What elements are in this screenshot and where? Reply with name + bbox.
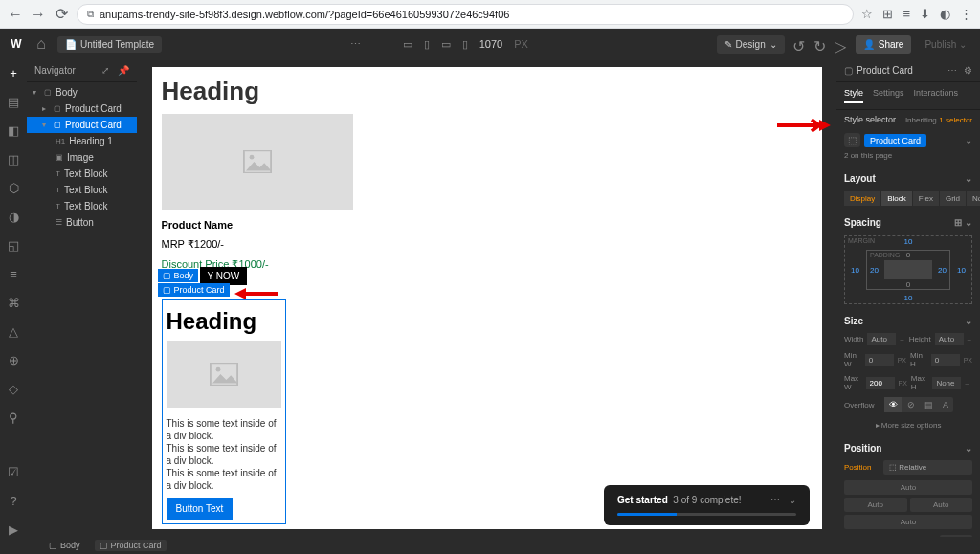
tab-settings[interactable]: Settings — [873, 88, 904, 103]
card1-heading[interactable]: Heading — [162, 77, 353, 106]
layout-section[interactable]: Layout ⌄ — [836, 166, 980, 188]
tree-product-card-1[interactable]: ▸ ▢ Product Card — [27, 100, 137, 117]
apps-icon[interactable]: ◇ — [6, 381, 21, 396]
webflow-logo[interactable]: W — [8, 35, 25, 53]
menu-icon[interactable]: ⋮ — [960, 7, 972, 21]
reload-button[interactable]: ⟳ — [54, 7, 69, 22]
video-icon[interactable]: ▶ — [6, 521, 21, 537]
spacing-section[interactable]: Spacing ⊞ ⌄ — [836, 210, 980, 232]
tree-textblock3[interactable]: T Text Block — [27, 198, 137, 214]
spacing-tool-icon[interactable]: ⊞ ⌄ — [954, 217, 972, 228]
pos-top[interactable]: Auto — [844, 480, 972, 495]
spacing-control[interactable]: MARGIN 10 10 10 10 PADDING 0 0 20 20 — [844, 235, 972, 304]
image-placeholder[interactable] — [167, 341, 281, 408]
height-input[interactable] — [935, 333, 964, 345]
more-icon[interactable]: ⋯ — [947, 65, 957, 76]
padding-left[interactable]: 20 — [870, 266, 879, 275]
padding-right[interactable]: 20 — [938, 266, 947, 275]
padding-top[interactable]: 0 — [906, 251, 910, 259]
breakpoint-mobile-icon[interactable]: ▯ — [462, 38, 468, 51]
margin-left[interactable]: 10 — [851, 266, 859, 275]
selection-card-label[interactable]: ▢ Product Card — [158, 283, 230, 297]
crumb-body[interactable]: ▢ Body — [44, 540, 85, 551]
components-icon[interactable]: ◫ — [6, 151, 21, 166]
download-icon[interactable]: ⬇ — [920, 7, 930, 21]
tree-textblock2[interactable]: T Text Block — [27, 182, 137, 198]
users-icon[interactable]: △ — [6, 323, 21, 339]
undo-icon[interactable]: ↺ — [792, 37, 806, 51]
chevron-down-icon[interactable]: ⌄ — [965, 135, 972, 145]
variables-icon[interactable]: ⬡ — [6, 180, 21, 195]
display-grid[interactable]: Grid — [940, 191, 967, 206]
more-icon[interactable]: ⋯ — [770, 495, 780, 505]
width-input[interactable] — [867, 333, 896, 345]
minw-input[interactable] — [865, 354, 894, 366]
tree-button[interactable]: ☰ Button — [27, 214, 137, 231]
product-card-1[interactable]: Heading Product Name MRP ₹1200/- Discoun… — [162, 77, 353, 271]
pos-bottom[interactable]: Auto — [844, 515, 972, 529]
more-size-options[interactable]: ▸ More size options — [836, 415, 980, 435]
position-select[interactable]: ⬚ Relative — [883, 460, 972, 475]
chevron-down-icon[interactable]: ⌄ — [789, 495, 796, 505]
logic-icon[interactable]: ⌘ — [6, 295, 21, 310]
bookmark-icon[interactable]: ☆ — [861, 7, 873, 21]
display-none[interactable]: None — [967, 191, 980, 206]
text-block-3[interactable]: This is some text inside of a div block. — [167, 467, 281, 492]
pos-left[interactable]: Auto — [844, 498, 907, 512]
canvas-width[interactable]: 1070 — [479, 38, 502, 50]
forward-button[interactable]: → — [31, 7, 46, 22]
text-block-2[interactable]: This is some text inside of a div block. — [167, 442, 281, 467]
home-icon[interactable]: ⌂ — [33, 35, 50, 53]
text-block-1[interactable]: This is some text inside of a div block. — [167, 417, 281, 442]
design-mode-button[interactable]: ✎ Design ⌄ — [717, 35, 785, 54]
maxw-input[interactable] — [866, 377, 895, 389]
back-button[interactable]: ← — [8, 7, 23, 22]
get-started-toast[interactable]: Get started 3 of 9 complete! ⋯ ⌄ — [604, 485, 810, 525]
help-icon[interactable]: ? — [6, 493, 21, 508]
preview-icon[interactable]: ▷ — [835, 37, 848, 51]
size-section[interactable]: Size ⌄ — [836, 308, 980, 330]
card2-heading[interactable]: Heading — [167, 308, 281, 335]
image-placeholder[interactable] — [162, 114, 353, 210]
position-section[interactable]: Position ⌄ — [836, 435, 980, 457]
button-text[interactable]: Button Text — [167, 498, 234, 520]
itself-select[interactable]: Auto — [940, 535, 972, 537]
crumb-product-card[interactable]: ▢ Product Card — [95, 540, 167, 551]
breakpoint-tablet-icon[interactable]: ▯ — [424, 38, 430, 51]
product-name[interactable]: Product Name — [162, 219, 353, 231]
tree-product-card-2[interactable]: ▾ ▢ Product Card — [27, 117, 137, 133]
selection-body-label[interactable]: ▢ Body — [158, 269, 199, 282]
cms-icon[interactable]: ≡ — [6, 266, 21, 281]
product-card-2[interactable]: Heading This is some text inside of a di… — [162, 299, 286, 524]
audit-icon[interactable]: ☑ — [6, 464, 21, 479]
tree-image[interactable]: ▣ Image — [27, 149, 137, 166]
tab-interactions[interactable]: Interactions — [914, 88, 959, 103]
publish-button[interactable]: Publish ⌄ — [919, 35, 972, 54]
overflow-visible[interactable]: 👁 — [884, 397, 902, 412]
overflow-auto[interactable]: A — [938, 397, 953, 412]
breakpoint-base-icon[interactable]: ▭ — [403, 38, 412, 51]
collapse-icon[interactable]: ⤢ — [101, 65, 109, 76]
padding-bottom[interactable]: 0 — [906, 280, 910, 289]
display-flex[interactable]: Flex — [913, 191, 940, 206]
styles-icon[interactable]: ◑ — [6, 209, 21, 224]
maxh-input[interactable] — [932, 377, 961, 389]
navigator-icon[interactable]: ◧ — [6, 122, 21, 138]
tree-heading[interactable]: H1 Heading 1 — [27, 133, 137, 149]
page-selector[interactable]: 📄 Untitled Template — [57, 36, 162, 53]
minh-input[interactable] — [931, 354, 960, 366]
find-icon[interactable]: ⚲ — [6, 410, 21, 425]
redo-icon[interactable]: ↻ — [813, 37, 827, 51]
pages-icon[interactable]: ▤ — [6, 94, 21, 109]
state-selector[interactable]: ⬚ — [844, 133, 860, 147]
inheriting-count[interactable]: 1 selector — [939, 116, 972, 124]
margin-top[interactable]: 10 — [904, 237, 913, 246]
ecommerce-icon[interactable]: ⊕ — [6, 352, 21, 367]
add-icon[interactable]: + — [6, 65, 21, 80]
breakpoint-landscape-icon[interactable]: ▭ — [441, 38, 451, 51]
pin-icon[interactable]: 📌 — [118, 65, 129, 76]
reader-icon[interactable]: ≡ — [902, 7, 910, 21]
margin-bottom[interactable]: 10 — [904, 294, 913, 302]
profile-icon[interactable]: ◐ — [940, 7, 950, 21]
display-block[interactable]: Block — [881, 191, 913, 206]
